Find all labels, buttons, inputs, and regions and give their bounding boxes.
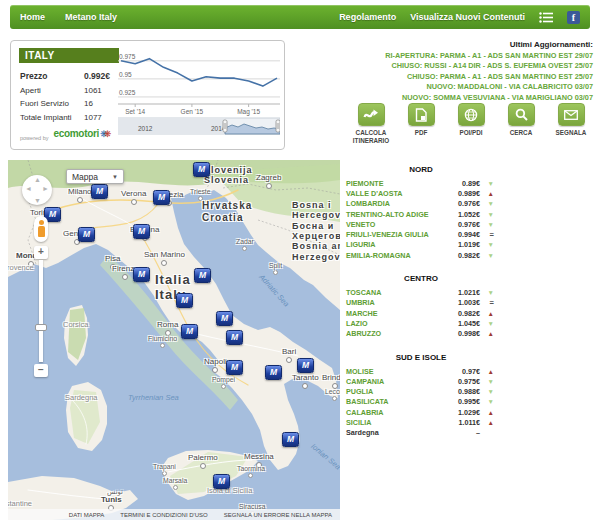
station-marker[interactable]: M (216, 311, 233, 326)
region-link[interactable]: TRENTINO-ALTO ADIGE (346, 210, 442, 219)
region-price: 1.029€ (442, 408, 480, 417)
italy-summary-panel: ITALY Prezzo 0.992€ Aperti 1061 Fuori Se… (10, 40, 285, 150)
list-icon[interactable] (539, 12, 553, 23)
station-marker[interactable]: M (133, 267, 150, 282)
region-link[interactable]: CAMPANIA (346, 377, 442, 386)
map-label-hrvatska: HrvatskaCroatia (202, 200, 252, 223)
region-row: MARCHE0.982€▲ (346, 308, 511, 318)
nav-item-visualizza-nuovi-contenuti[interactable]: Visualizza Nuovi Contenuti (410, 12, 525, 22)
action-calcola-itinerario[interactable]: CALCOLA ITINERARIO (346, 103, 396, 144)
action-poi-pdi[interactable]: POI/PDI (446, 103, 496, 144)
svg-text:Set '14: Set '14 (125, 108, 145, 115)
region-price: 0.988€ (442, 387, 480, 396)
svg-text:0.95: 0.95 (119, 71, 132, 78)
region-price: 0.989€ (442, 189, 480, 198)
region-link[interactable]: TOSCANA (346, 288, 442, 297)
station-marker[interactable]: M (176, 293, 193, 308)
action-cerca[interactable]: CERCA (496, 103, 546, 144)
region-link[interactable]: MOLISE (346, 367, 442, 376)
section-heading: NORD (346, 163, 496, 174)
italy-map[interactable]: MilanoVeronaVeneziaTorinoGenovaBolognaPi… (8, 160, 340, 520)
station-marker[interactable]: M (226, 330, 243, 345)
station-marker[interactable]: M (194, 268, 211, 283)
region-link[interactable]: FRIULI-VENEZIA GIULIA (346, 230, 442, 239)
trend-down-icon: ▼ (480, 252, 494, 259)
zoom-out-button[interactable]: − (34, 364, 48, 377)
pan-up-icon[interactable]: ▲ (34, 176, 41, 183)
pan-down-icon[interactable]: ▼ (34, 197, 41, 204)
station-marker[interactable]: M (193, 162, 210, 177)
search-icon (508, 103, 535, 126)
region-link[interactable]: LOMBARDIA (346, 199, 442, 208)
ecomotori-logo[interactable]: ecomotori❋❋ (53, 123, 111, 141)
region-link[interactable]: LAZIO (346, 319, 442, 328)
trend-eq-icon: = (480, 230, 494, 239)
trend-down-icon: ▼ (480, 378, 494, 385)
zoom-in-button[interactable]: + (34, 246, 48, 259)
globe-icon (458, 103, 485, 126)
region-row: EMILIA-ROMAGNA0.982€▼ (346, 250, 511, 260)
region-link[interactable]: LIGURIA (346, 240, 442, 249)
station-marker[interactable]: M (265, 365, 282, 380)
station-marker[interactable]: M (282, 432, 299, 447)
region-link[interactable]: EMILIA-ROMAGNA (346, 251, 442, 260)
pegman-icon (39, 220, 44, 225)
section-heading: CENTRO (346, 272, 496, 283)
map-pan-control[interactable]: ▲ ▼ ◄ ► (22, 175, 52, 205)
nav-item-metano-italy[interactable]: Metano Italy (65, 12, 117, 22)
region-price-list: NORDPIEMONTE0.89€▼VALLE D'AOSTA0.989€▲LO… (346, 163, 511, 450)
region-link[interactable]: ABRUZZO (346, 329, 442, 338)
station-marker[interactable]: M (213, 474, 230, 489)
region-link[interactable]: PUGLIA (346, 387, 442, 396)
region-link[interactable]: UMBRIA (346, 298, 442, 307)
region-link[interactable]: PIEMONTE (346, 179, 442, 188)
street-view-pegman[interactable] (34, 216, 48, 242)
pan-left-icon[interactable]: ◄ (25, 185, 32, 192)
region-link[interactable]: BASILICATA (346, 397, 442, 406)
powered-by: powered by ecomotori❋❋ (20, 123, 111, 141)
attribution-link[interactable]: TERMINI E CONDIZIONI D'USO (120, 512, 207, 518)
region-link[interactable]: CALABRIA (346, 408, 442, 417)
map-label-lecce: Lecce (325, 388, 340, 401)
station-marker[interactable]: M (78, 227, 95, 242)
attribution-link[interactable]: DATI MAPPA (69, 512, 104, 518)
trend-up-icon: ▲ (480, 409, 494, 416)
station-marker[interactable]: M (91, 184, 108, 199)
region-price: 0.975€ (442, 377, 480, 386)
update-link[interactable]: NUOVO: MADDALONI - VIA CALABRICITO 03/07 (283, 82, 593, 92)
zoom-slider-track[interactable] (39, 260, 43, 362)
region-price: 1.003€ (442, 298, 480, 307)
map-type-dropdown[interactable]: Mappa ▼ (66, 169, 124, 184)
update-link[interactable]: CHIUSO: PARMA - A1 - ADS SAN MARTINO EST… (283, 72, 593, 82)
action-segnala[interactable]: SEGNALA (546, 103, 596, 144)
station-marker[interactable]: M (297, 358, 314, 373)
region-link[interactable]: VENETO (346, 220, 442, 229)
region-price: 0.976€ (442, 199, 480, 208)
region-link[interactable]: VALLE D'AOSTA (346, 189, 442, 198)
section-heading: SUD E ISOLE (346, 351, 496, 362)
pan-right-icon[interactable]: ► (42, 185, 49, 192)
nav-item-regolamento[interactable]: Regolamento (339, 12, 396, 22)
update-link[interactable]: RI-APERTURA: PARMA - A1 - ADS SAN MARTIN… (283, 51, 593, 61)
trend-up-icon: ▲ (480, 330, 494, 337)
station-marker[interactable]: M (226, 360, 243, 375)
pegman-icon (38, 226, 45, 237)
station-marker[interactable]: M (153, 190, 170, 205)
trend-down-icon: ▼ (480, 180, 494, 187)
facebook-icon[interactable]: f (567, 11, 580, 24)
nav-item-home[interactable]: Home (20, 12, 45, 22)
zoom-slider-handle[interactable] (35, 324, 47, 331)
update-link[interactable]: NUOVO: SOMMA VESUVIANA - VIA MARIGLIANO … (283, 93, 593, 103)
updates-list: RI-APERTURA: PARMA - A1 - ADS SAN MARTIN… (283, 51, 593, 103)
action-pdf[interactable]: PDF (396, 103, 446, 144)
update-link[interactable]: CHIUSO: RUSSI - A14 DIR - ADS S. EUFEMIA… (283, 61, 593, 71)
action-label: CERCA (510, 129, 532, 137)
region-link[interactable]: MARCHE (346, 309, 442, 318)
station-marker[interactable]: M (133, 224, 150, 239)
trend-down-icon: ▼ (480, 211, 494, 218)
station-marker[interactable]: M (181, 324, 198, 339)
attribution-link[interactable]: SEGNALA UN ERRORE NELLA MAPPA (224, 512, 332, 518)
map-label-taranto: Taranto (292, 373, 319, 389)
region-row: ABRUZZO0.998€▲ (346, 329, 511, 339)
region-link[interactable]: SICILIA (346, 418, 442, 427)
